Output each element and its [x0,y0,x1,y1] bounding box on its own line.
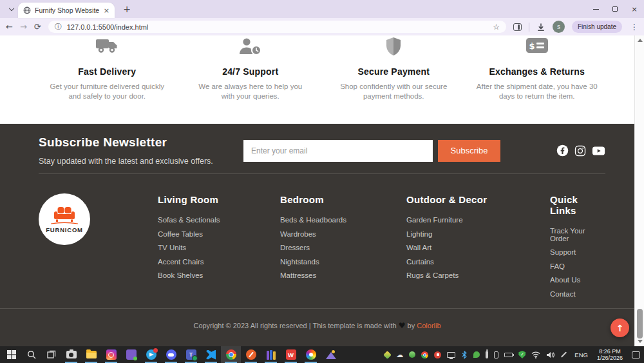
site-info-icon[interactable]: ⓘ [55,22,62,32]
taskbar-app-purple[interactable] [121,346,141,363]
subscribe-button[interactable]: Subscribe [438,140,500,162]
instagram-icon[interactable] [574,145,586,157]
footer-link[interactable]: FAQ [550,263,605,271]
taskbar-app-pen[interactable] [241,346,261,363]
footer-link[interactable]: Support [550,249,605,257]
record-tray-icon[interactable] [434,351,441,358]
browser-tab[interactable]: Furnify Shop Website × [18,3,115,18]
column-heading: Quick Links [550,194,605,216]
footer-link[interactable]: Coffee Tables [158,231,280,239]
finish-update-button[interactable]: Finish update [572,21,622,33]
diamond-tray-icon[interactable] [383,351,392,359]
taskbar-app-camera[interactable] [61,346,81,363]
taskbar-app-wps[interactable]: W [281,346,301,363]
youtube-icon[interactable] [592,146,605,156]
footer-link[interactable]: Nightstands [280,259,406,266]
facebook-icon[interactable] [556,144,569,157]
footer-link[interactable]: Sofas & Sectionals [158,217,280,224]
tab-close-icon[interactable]: × [104,6,109,15]
footer-link[interactable]: Book Shelves [158,272,280,280]
footer-link[interactable]: Wall Art [406,244,550,252]
footer-link[interactable]: Lighting [406,231,550,239]
task-view-button[interactable] [41,346,61,363]
footer-column-quick-links: Quick Links Track Your Order Support FAQ… [550,191,605,304]
browser-toolbar: ← → ⟳ ⓘ 127.0.0.1:5500/index.html ☆ s Fi… [0,18,644,35]
leaf-tray-icon[interactable] [473,351,480,358]
taskbar-clock[interactable]: 8:26 PM 1/26/2026 [597,348,623,362]
taskbar-app-photos[interactable] [301,346,321,363]
scrollbar-thumb[interactable] [637,309,643,338]
maximize-icon [612,6,618,12]
footer-link[interactable]: Contact [550,291,605,299]
download-icon[interactable] [536,23,545,32]
minimize-button[interactable] [586,0,605,18]
usb-tray-icon[interactable] [486,351,488,358]
footer-link[interactable]: Wardrobes [280,231,406,239]
tab-search-button[interactable] [6,3,17,15]
taskbar-app-gallery[interactable] [321,346,341,363]
cloud-tray-icon[interactable]: ☁ [396,351,403,358]
furnicom-logo[interactable]: FURNICOM [39,193,90,245]
telegram-icon [146,349,156,360]
bookmark-star-icon[interactable]: ☆ [493,23,500,32]
footer-link[interactable]: Accent Chairs [158,259,280,266]
taskbar-app-chrome[interactable] [221,346,241,363]
scroll-to-top-button[interactable]: ↑ [611,319,629,337]
pen-tray-icon[interactable] [561,351,567,357]
taskbar-app-winrar[interactable] [261,346,281,363]
chrome-tray-icon[interactable] [421,351,428,358]
shield-icon [322,37,466,59]
address-bar[interactable]: ⓘ 127.0.0.1:5500/index.html ☆ [48,21,506,33]
footer-link[interactable]: Curtains [406,259,550,266]
footer-link[interactable]: About Us [550,277,605,284]
page-scrollbar[interactable] [634,35,644,346]
notification-center-icon[interactable] [632,351,640,358]
security-shield-icon[interactable]: ✓ [518,351,526,358]
footer-link[interactable]: Garden Furniture [406,217,550,224]
profile-avatar[interactable]: s [553,21,565,33]
monitor-tray-icon[interactable] [447,352,455,358]
features-section: Fast Delivery Get your furniture deliver… [0,35,644,124]
footer-link[interactable]: TV Units [158,244,280,252]
close-window-button[interactable]: × [625,0,644,18]
battery-icon[interactable] [504,353,513,357]
taskbar-app-teams[interactable]: T [181,346,201,363]
scrollbar-up-arrow-icon[interactable] [638,39,643,42]
footer-link[interactable]: Dressers [280,244,406,252]
language-indicator[interactable]: ENG [574,351,588,358]
maximize-button[interactable] [605,0,625,18]
email-input[interactable] [243,140,433,162]
footer-link[interactable]: Mattresses [280,272,406,280]
forward-icon[interactable]: → [20,22,27,32]
photos-icon [306,349,316,360]
start-button[interactable] [1,346,21,363]
volume-icon[interactable] [546,351,554,358]
browser-tabstrip: Furnify Shop Website × + × [0,0,644,18]
bluetooth-icon[interactable] [461,351,468,359]
svg-text:$: $ [529,41,535,51]
footer-columns: FURNICOM Living Room Sofas & Sectionals … [0,174,634,304]
winrar-icon [267,350,276,360]
colorlib-link[interactable]: Colorlib [417,322,440,329]
scrollbar-down-arrow-icon[interactable] [638,340,643,343]
browser-menu-icon[interactable]: ⋮ [630,23,638,32]
back-icon[interactable]: ← [6,22,13,32]
phone-tray-icon[interactable] [494,351,498,358]
footer-link[interactable]: Beds & Headboards [280,217,406,224]
taskbar-app-instagram[interactable] [101,346,121,363]
logo-block: FURNICOM [39,191,158,304]
taskbar-app-discord[interactable] [161,346,181,363]
sprout-tray-icon[interactable] [409,351,415,358]
taskbar-app-telegram[interactable] [141,346,161,363]
footer-link[interactable]: Track Your Order [550,228,605,242]
system-tray: ☁ ✓ ENG 8:26 PM [384,348,643,362]
footer-link[interactable]: Rugs & Carpets [406,272,550,280]
side-panel-icon[interactable] [513,23,522,31]
taskbar-app-file-explorer[interactable] [81,346,101,363]
taskbar-app-vscode[interactable] [201,346,221,363]
column-heading: Bedroom [280,194,406,205]
wifi-icon[interactable] [531,351,540,358]
taskbar-search-button[interactable] [21,346,41,363]
refresh-icon[interactable]: ⟳ [34,22,41,32]
new-tab-button[interactable]: + [120,3,134,15]
